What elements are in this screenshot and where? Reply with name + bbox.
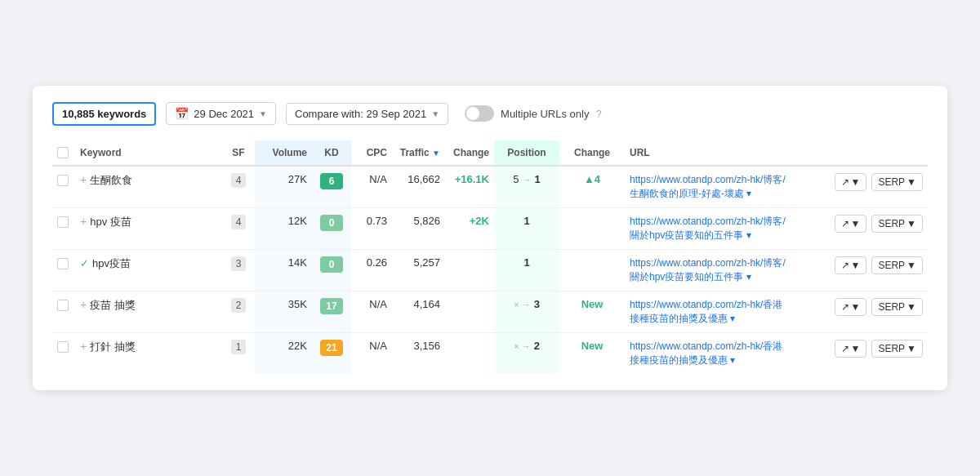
- position-arrow: →: [523, 175, 532, 185]
- url-dropdown[interactable]: ▾: [746, 271, 751, 282]
- cpc-value: 0.26: [367, 256, 387, 269]
- keyword-text: 疫苗 抽獎: [90, 299, 136, 311]
- sf-cell: 4: [222, 208, 255, 250]
- add-keyword-icon[interactable]: +: [80, 298, 87, 311]
- header-change[interactable]: Change: [445, 140, 494, 167]
- position-to: 1: [523, 215, 529, 227]
- keyword-text: hpv 疫苗: [90, 216, 131, 228]
- multiple-urls-toggle-wrapper: Multiple URLs only ?: [465, 105, 602, 122]
- traffic-change-cell: +2K: [445, 208, 494, 250]
- traffic-change-value: +16.1K: [455, 173, 489, 185]
- help-icon[interactable]: ?: [595, 108, 601, 120]
- position-cell: × →3: [494, 291, 559, 333]
- volume-cell: 27K: [255, 166, 312, 208]
- table-row: +疫苗 抽獎235K17N/A4,164× →3Newhttps://www.o…: [52, 291, 928, 333]
- compare-picker[interactable]: Compare with: 29 Sep 2021 ▼: [286, 103, 448, 125]
- header-url: URL: [625, 140, 797, 167]
- keyword-text: 生酮飲食: [90, 174, 132, 186]
- select-all-checkbox[interactable]: [57, 147, 69, 158]
- header-pos-change[interactable]: Change: [559, 140, 625, 167]
- url-link[interactable]: https://www.otandp.com/zh-hk/博客/關於hpv疫苗要…: [630, 256, 792, 284]
- row-checkbox[interactable]: [57, 258, 69, 269]
- position-from: 5: [513, 173, 519, 185]
- volume-cell: 22K: [255, 333, 312, 375]
- url-link[interactable]: https://www.otandp.com/zh-hk/香港接種疫苗的抽獎及優…: [630, 298, 792, 326]
- chart-button[interactable]: ↗ ▼: [835, 173, 867, 191]
- keywords-table: Keyword SF Volume KD CPC Traffic ▼ Chang…: [52, 140, 928, 375]
- header-traffic[interactable]: Traffic ▼: [392, 140, 445, 167]
- cpc-value: 0.73: [367, 215, 387, 227]
- url-link[interactable]: https://www.otandp.com/zh-hk/博客/關於hpv疫苗要…: [630, 215, 792, 242]
- traffic-change-cell: [445, 250, 494, 291]
- position-cell: 5→1: [494, 166, 559, 208]
- row-checkbox-cell: [52, 333, 75, 375]
- url-cell: https://www.otandp.com/zh-hk/香港接種疫苗的抽獎及優…: [625, 291, 797, 333]
- header-sf[interactable]: SF: [222, 140, 255, 167]
- serp-button[interactable]: SERP ▼: [871, 340, 923, 358]
- serp-label: SERP: [878, 218, 905, 229]
- url-link[interactable]: https://www.otandp.com/zh-hk/博客/生酮飲食的原理-…: [630, 173, 792, 201]
- kd-cell: 21: [312, 333, 351, 375]
- chart-button[interactable]: ↗ ▼: [835, 215, 867, 233]
- serp-button[interactable]: SERP ▼: [871, 256, 923, 274]
- sf-badge: 4: [231, 173, 247, 188]
- add-keyword-icon[interactable]: +: [80, 215, 87, 228]
- serp-button[interactable]: SERP ▼: [871, 298, 923, 316]
- chart-button[interactable]: ↗ ▼: [835, 340, 867, 358]
- traffic-sort-icon: ▼: [432, 149, 440, 158]
- position-to: 3: [534, 298, 540, 310]
- chart-icon: ↗: [841, 260, 849, 271]
- row-checkbox[interactable]: [57, 300, 69, 311]
- url-link[interactable]: https://www.otandp.com/zh-hk/香港接種疫苗的抽獎及優…: [630, 340, 792, 367]
- sf-badge: 2: [231, 298, 247, 313]
- url-cell: https://www.otandp.com/zh-hk/香港接種疫苗的抽獎及優…: [625, 333, 797, 375]
- check-icon: ✓: [80, 257, 89, 269]
- serp-dropdown-arrow: ▼: [906, 260, 916, 271]
- header-checkbox[interactable]: [52, 140, 75, 167]
- position-cell: 1: [494, 250, 559, 291]
- keyword-cell: +hpv 疫苗: [75, 208, 222, 250]
- chart-icon: ↗: [841, 343, 849, 354]
- header-kd[interactable]: KD: [312, 140, 351, 167]
- row-checkbox[interactable]: [57, 341, 69, 353]
- add-keyword-icon[interactable]: +: [80, 340, 87, 353]
- chart-button[interactable]: ↗ ▼: [835, 256, 867, 274]
- calendar-icon: 📅: [175, 107, 189, 120]
- keywords-badge[interactable]: 10,885 keywords: [52, 102, 156, 126]
- traffic-cell: 4,164: [392, 291, 445, 333]
- header-volume[interactable]: Volume: [255, 140, 312, 167]
- new-badge: New: [581, 340, 604, 352]
- url-dropdown[interactable]: ▾: [730, 354, 735, 366]
- position-change-cell: New: [559, 291, 625, 333]
- row-checkbox-cell: [52, 291, 75, 333]
- url-dropdown[interactable]: ▾: [730, 313, 735, 324]
- traffic-value: 5,826: [413, 215, 440, 227]
- keyword-text: 打針 抽獎: [90, 340, 136, 353]
- header-position[interactable]: Position: [494, 140, 559, 167]
- traffic-cell: 5,257: [392, 250, 445, 291]
- cpc-value: N/A: [369, 340, 387, 352]
- traffic-change-cell: +16.1K: [445, 166, 494, 208]
- chart-dropdown-arrow: ▼: [851, 301, 861, 313]
- cpc-cell: N/A: [351, 333, 392, 375]
- row-checkbox[interactable]: [57, 175, 69, 186]
- keyword-cell: +生酮飲食: [75, 166, 222, 208]
- header-cpc[interactable]: CPC: [351, 140, 392, 167]
- position-cross: × →: [514, 341, 530, 351]
- date-picker[interactable]: 📅 29 Dec 2021 ▼: [166, 102, 276, 125]
- serp-button[interactable]: SERP ▼: [871, 215, 923, 233]
- url-dropdown[interactable]: ▾: [746, 229, 751, 241]
- chart-button[interactable]: ↗ ▼: [835, 298, 867, 316]
- multiple-urls-toggle[interactable]: [465, 105, 494, 122]
- row-checkbox[interactable]: [57, 216, 69, 228]
- date-label: 29 Dec 2021: [194, 108, 254, 120]
- url-dropdown[interactable]: ▾: [746, 188, 751, 199]
- header-keyword[interactable]: Keyword: [75, 140, 222, 167]
- keyword-text: hpv疫苗: [92, 257, 131, 269]
- actions-cell: ↗ ▼ SERP ▼: [797, 166, 928, 208]
- serp-label: SERP: [878, 343, 905, 354]
- volume-cell: 12K: [255, 208, 312, 250]
- serp-button[interactable]: SERP ▼: [871, 173, 923, 191]
- keyword-cell: +打針 抽獎: [75, 333, 222, 375]
- add-keyword-icon[interactable]: +: [80, 173, 87, 186]
